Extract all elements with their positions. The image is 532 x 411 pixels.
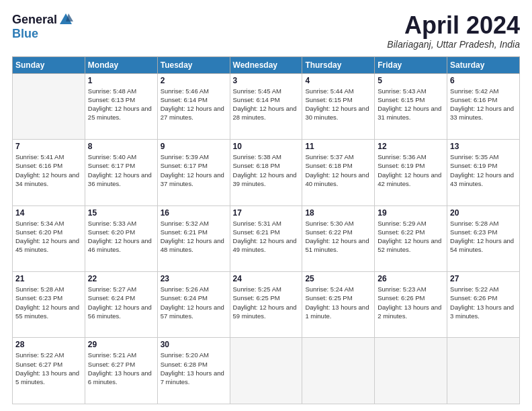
- day-info: Sunrise: 5:35 AMSunset: 6:19 PMDaylight:…: [450, 152, 517, 188]
- table-row: 4Sunrise: 5:44 AMSunset: 6:15 PMDaylight…: [302, 73, 375, 139]
- day-number: 4: [305, 76, 371, 85]
- day-info: Sunrise: 5:27 AMSunset: 6:24 PMDaylight:…: [88, 285, 154, 320]
- day-info: Sunrise: 5:30 AMSunset: 6:22 PMDaylight:…: [305, 219, 371, 255]
- table-row: 24Sunrise: 5:25 AMSunset: 6:25 PMDayligh…: [230, 272, 302, 338]
- day-number: 15: [88, 208, 154, 218]
- title-block: April 2024 Bilariaganj, Uttar Pradesh, I…: [387, 12, 520, 50]
- day-number: 25: [305, 274, 371, 283]
- table-row: 21Sunrise: 5:28 AMSunset: 6:23 PMDayligh…: [13, 272, 85, 338]
- day-info: Sunrise: 5:22 AMSunset: 6:27 PMDaylight:…: [15, 351, 82, 386]
- header-saturday: Saturday: [447, 56, 520, 73]
- calendar-week-row: 21Sunrise: 5:28 AMSunset: 6:23 PMDayligh…: [13, 272, 520, 338]
- logo-icon: [58, 12, 73, 27]
- day-number: 22: [88, 274, 154, 283]
- day-info: Sunrise: 5:37 AMSunset: 6:18 PMDaylight:…: [305, 152, 371, 188]
- day-info: Sunrise: 5:29 AMSunset: 6:22 PMDaylight:…: [378, 219, 444, 255]
- day-info: Sunrise: 5:43 AMSunset: 6:15 PMDaylight:…: [378, 87, 444, 122]
- table-row: [447, 338, 520, 404]
- header-sunday: Sunday: [13, 56, 85, 73]
- month-title: April 2024: [387, 12, 520, 39]
- calendar-week-row: 1Sunrise: 5:48 AMSunset: 6:13 PMDaylight…: [13, 73, 520, 139]
- logo: General Blue: [12, 12, 73, 41]
- table-row: 13Sunrise: 5:35 AMSunset: 6:19 PMDayligh…: [447, 140, 520, 205]
- day-number: 12: [378, 142, 444, 151]
- table-row: 3Sunrise: 5:45 AMSunset: 6:14 PMDaylight…: [230, 73, 302, 139]
- day-info: Sunrise: 5:40 AMSunset: 6:17 PMDaylight:…: [88, 152, 154, 188]
- day-info: Sunrise: 5:34 AMSunset: 6:20 PMDaylight:…: [15, 219, 82, 255]
- day-info: Sunrise: 5:45 AMSunset: 6:14 PMDaylight:…: [233, 87, 300, 122]
- day-number: 18: [305, 208, 371, 218]
- day-number: 3: [233, 76, 300, 85]
- day-number: 10: [233, 142, 300, 151]
- day-number: 9: [161, 142, 227, 151]
- table-row: 29Sunrise: 5:21 AMSunset: 6:27 PMDayligh…: [85, 338, 157, 404]
- table-row: 1Sunrise: 5:48 AMSunset: 6:13 PMDaylight…: [85, 73, 157, 139]
- table-row: 12Sunrise: 5:36 AMSunset: 6:19 PMDayligh…: [375, 140, 447, 205]
- table-row: 28Sunrise: 5:22 AMSunset: 6:27 PMDayligh…: [13, 338, 85, 404]
- header-monday: Monday: [85, 56, 157, 73]
- table-row: 26Sunrise: 5:23 AMSunset: 6:26 PMDayligh…: [375, 272, 447, 338]
- table-row: 2Sunrise: 5:46 AMSunset: 6:14 PMDaylight…: [157, 73, 230, 139]
- table-row: 16Sunrise: 5:32 AMSunset: 6:21 PMDayligh…: [157, 205, 230, 271]
- day-number: 2: [161, 76, 227, 85]
- day-info: Sunrise: 5:42 AMSunset: 6:16 PMDaylight:…: [450, 87, 517, 122]
- header-thursday: Thursday: [302, 56, 375, 73]
- day-info: Sunrise: 5:44 AMSunset: 6:15 PMDaylight:…: [305, 87, 371, 122]
- table-row: 8Sunrise: 5:40 AMSunset: 6:17 PMDaylight…: [85, 140, 157, 205]
- table-row: 30Sunrise: 5:20 AMSunset: 6:28 PMDayligh…: [157, 338, 230, 404]
- day-info: Sunrise: 5:39 AMSunset: 6:17 PMDaylight:…: [161, 152, 227, 188]
- day-number: 7: [15, 142, 82, 151]
- day-info: Sunrise: 5:28 AMSunset: 6:23 PMDaylight:…: [15, 285, 82, 320]
- table-row: 19Sunrise: 5:29 AMSunset: 6:22 PMDayligh…: [375, 205, 447, 271]
- day-info: Sunrise: 5:31 AMSunset: 6:21 PMDaylight:…: [233, 219, 300, 255]
- day-number: 16: [161, 208, 227, 218]
- day-info: Sunrise: 5:41 AMSunset: 6:16 PMDaylight:…: [15, 152, 82, 188]
- day-number: 17: [233, 208, 300, 218]
- day-number: 14: [15, 208, 82, 218]
- day-number: 21: [15, 274, 82, 283]
- header-tuesday: Tuesday: [157, 56, 230, 73]
- day-info: Sunrise: 5:33 AMSunset: 6:20 PMDaylight:…: [88, 219, 154, 255]
- day-info: Sunrise: 5:32 AMSunset: 6:21 PMDaylight:…: [161, 219, 227, 255]
- weekday-header-row: Sunday Monday Tuesday Wednesday Thursday…: [13, 56, 520, 73]
- logo-general-text: General: [12, 13, 57, 27]
- day-number: 30: [161, 340, 227, 349]
- table-row: [302, 338, 375, 404]
- day-number: 5: [378, 76, 444, 85]
- table-row: 27Sunrise: 5:22 AMSunset: 6:26 PMDayligh…: [447, 272, 520, 338]
- table-row: 6Sunrise: 5:42 AMSunset: 6:16 PMDaylight…: [447, 73, 520, 139]
- table-row: 17Sunrise: 5:31 AMSunset: 6:21 PMDayligh…: [230, 205, 302, 271]
- day-number: 19: [378, 208, 444, 218]
- table-row: 14Sunrise: 5:34 AMSunset: 6:20 PMDayligh…: [13, 205, 85, 271]
- location: Bilariaganj, Uttar Pradesh, India: [387, 39, 520, 50]
- day-info: Sunrise: 5:24 AMSunset: 6:25 PMDaylight:…: [305, 285, 371, 320]
- header-friday: Friday: [375, 56, 447, 73]
- day-info: Sunrise: 5:25 AMSunset: 6:25 PMDaylight:…: [233, 285, 300, 320]
- day-number: 24: [233, 274, 300, 283]
- page: General Blue April 2024 Bilariaganj, Utt…: [0, 0, 532, 411]
- logo-blue-text: Blue: [12, 27, 38, 41]
- day-info: Sunrise: 5:48 AMSunset: 6:13 PMDaylight:…: [88, 87, 154, 122]
- table-row: 9Sunrise: 5:39 AMSunset: 6:17 PMDaylight…: [157, 140, 230, 205]
- day-info: Sunrise: 5:21 AMSunset: 6:27 PMDaylight:…: [88, 351, 154, 386]
- day-number: 27: [450, 274, 517, 283]
- day-number: 23: [161, 274, 227, 283]
- day-number: 29: [88, 340, 154, 349]
- day-number: 8: [88, 142, 154, 151]
- header: General Blue April 2024 Bilariaganj, Utt…: [12, 12, 520, 50]
- day-info: Sunrise: 5:36 AMSunset: 6:19 PMDaylight:…: [378, 152, 444, 188]
- day-number: 26: [378, 274, 444, 283]
- day-number: 13: [450, 142, 517, 151]
- header-wednesday: Wednesday: [230, 56, 302, 73]
- day-number: 11: [305, 142, 371, 151]
- table-row: 18Sunrise: 5:30 AMSunset: 6:22 PMDayligh…: [302, 205, 375, 271]
- day-info: Sunrise: 5:46 AMSunset: 6:14 PMDaylight:…: [161, 87, 227, 122]
- day-info: Sunrise: 5:20 AMSunset: 6:28 PMDaylight:…: [161, 351, 227, 386]
- calendar-week-row: 14Sunrise: 5:34 AMSunset: 6:20 PMDayligh…: [13, 205, 520, 271]
- table-row: [375, 338, 447, 404]
- calendar-week-row: 28Sunrise: 5:22 AMSunset: 6:27 PMDayligh…: [13, 338, 520, 404]
- day-number: 1: [88, 76, 154, 85]
- table-row: 20Sunrise: 5:28 AMSunset: 6:23 PMDayligh…: [447, 205, 520, 271]
- day-info: Sunrise: 5:23 AMSunset: 6:26 PMDaylight:…: [378, 285, 444, 320]
- table-row: 10Sunrise: 5:38 AMSunset: 6:18 PMDayligh…: [230, 140, 302, 205]
